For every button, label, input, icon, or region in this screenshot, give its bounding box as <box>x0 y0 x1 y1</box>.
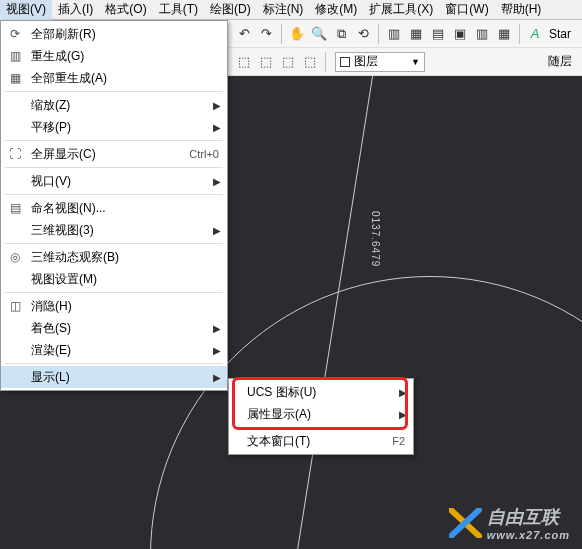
table-icon[interactable]: ▦ <box>406 24 426 44</box>
submenu-attr-display[interactable]: 属性显示(A) ▶ <box>229 403 413 425</box>
menu-regen[interactable]: ▥ 重生成(G) <box>1 45 227 67</box>
layer-color-swatch <box>340 57 350 67</box>
layer-4-icon[interactable]: ⬚ <box>300 52 320 72</box>
block-icon[interactable]: ▣ <box>450 24 470 44</box>
separator <box>5 140 223 141</box>
menu-dimension[interactable]: 标注(N) <box>257 0 310 20</box>
menu-hide[interactable]: ◫ 消隐(H) <box>1 295 227 317</box>
calc-icon[interactable]: ▦ <box>494 24 514 44</box>
menu-viewport[interactable]: 视口(V) ▶ <box>1 170 227 192</box>
dimension-text: 0137.6479 <box>370 211 381 267</box>
menu-render[interactable]: 渲染(E) ▶ <box>1 339 227 361</box>
submenu-text-window[interactable]: 文本窗口(T) F2 <box>229 430 413 452</box>
menu-3d-view[interactable]: 三维视图(3) ▶ <box>1 219 227 241</box>
menu-refresh-all[interactable]: ⟳ 全部刷新(R) <box>1 23 227 45</box>
menubar: 视图(V) 插入(I) 格式(O) 工具(T) 绘图(D) 标注(N) 修改(M… <box>0 0 582 20</box>
props-icon[interactable]: ▥ <box>384 24 404 44</box>
menu-help[interactable]: 帮助(H) <box>495 0 548 20</box>
separator <box>281 24 282 44</box>
submenu-ucs-icon[interactable]: UCS 图标(U) ▶ <box>229 381 413 403</box>
layer-label: 图层 <box>354 53 378 70</box>
menu-window[interactable]: 窗口(W) <box>439 0 494 20</box>
chevron-down-icon: ▼ <box>411 57 420 67</box>
orbit-icon: ◎ <box>5 248 25 266</box>
separator <box>5 167 223 168</box>
menu-regen-all[interactable]: ▦ 全部重生成(A) <box>1 67 227 89</box>
separator <box>233 427 409 428</box>
chevron-right-icon: ▶ <box>399 409 407 420</box>
layer-2-icon[interactable]: ⬚ <box>256 52 276 72</box>
menu-format[interactable]: 格式(O) <box>99 0 152 20</box>
menu-fullscreen[interactable]: ⛶ 全屏显示(C) Ctrl+0 <box>1 143 227 165</box>
layer-3-icon[interactable]: ⬚ <box>278 52 298 72</box>
separator <box>378 24 379 44</box>
shortcut: Ctrl+0 <box>189 148 219 160</box>
separator <box>5 91 223 92</box>
display-submenu: UCS 图标(U) ▶ 属性显示(A) ▶ 文本窗口(T) F2 <box>228 378 414 455</box>
view-dropdown: ⟳ 全部刷新(R) ▥ 重生成(G) ▦ 全部重生成(A) 缩放(Z) ▶ 平移… <box>0 20 228 391</box>
separator <box>5 292 223 293</box>
menu-3d-orbit[interactable]: ◎ 三维动态观察(B) <box>1 246 227 268</box>
menu-view-settings[interactable]: 视图设置(M) <box>1 268 227 290</box>
sheet-icon[interactable]: ▤ <box>428 24 448 44</box>
chevron-right-icon: ▶ <box>213 225 221 236</box>
font-label: Star <box>549 27 571 41</box>
separator <box>5 194 223 195</box>
menu-shade[interactable]: 着色(S) ▶ <box>1 317 227 339</box>
redo-icon[interactable]: ↷ <box>256 24 276 44</box>
menu-modify[interactable]: 修改(M) <box>309 0 363 20</box>
layer-dropdown[interactable]: 图层 ▼ <box>335 52 425 72</box>
named-views-icon: ▤ <box>5 199 25 217</box>
refresh-icon: ⟳ <box>5 25 25 43</box>
zoom-prev-icon[interactable]: ⟲ <box>353 24 373 44</box>
menu-zoom[interactable]: 缩放(Z) ▶ <box>1 94 227 116</box>
regen-icon: ▥ <box>5 47 25 65</box>
paste-icon[interactable]: ▥ <box>472 24 492 44</box>
menu-view[interactable]: 视图(V) <box>0 0 52 20</box>
undo-icon[interactable]: ↶ <box>234 24 254 44</box>
watermark-sub: www.x27.com <box>487 529 570 541</box>
text-style-icon[interactable]: A <box>525 24 545 44</box>
chevron-right-icon: ▶ <box>213 323 221 334</box>
fullscreen-icon: ⛶ <box>5 145 25 163</box>
chevron-right-icon: ▶ <box>213 176 221 187</box>
bylayer-label: 随层 <box>548 53 572 70</box>
layer-1-icon[interactable]: ⬚ <box>234 52 254 72</box>
hide-icon: ◫ <box>5 297 25 315</box>
menu-draw[interactable]: 绘图(D) <box>204 0 257 20</box>
separator <box>5 243 223 244</box>
menu-pan[interactable]: 平移(P) ▶ <box>1 116 227 138</box>
shortcut: F2 <box>392 435 405 447</box>
chevron-right-icon: ▶ <box>399 387 407 398</box>
watermark-title: 自由互联 <box>487 507 559 527</box>
separator <box>325 52 326 72</box>
watermark: 自由互联 www.x27.com <box>449 505 570 541</box>
menu-display[interactable]: 显示(L) ▶ <box>1 366 227 388</box>
chevron-right-icon: ▶ <box>213 372 221 383</box>
zoom-window-icon[interactable]: ⧉ <box>331 24 351 44</box>
chevron-right-icon: ▶ <box>213 122 221 133</box>
regen-all-icon: ▦ <box>5 69 25 87</box>
chevron-right-icon: ▶ <box>213 345 221 356</box>
menu-ext-tools[interactable]: 扩展工具(X) <box>363 0 439 20</box>
watermark-logo-icon <box>449 508 483 538</box>
menu-insert[interactable]: 插入(I) <box>52 0 99 20</box>
menu-named-views[interactable]: ▤ 命名视图(N)... <box>1 197 227 219</box>
chevron-right-icon: ▶ <box>213 100 221 111</box>
separator <box>5 363 223 364</box>
zoom-realtime-icon[interactable]: 🔍 <box>309 24 329 44</box>
menu-tools[interactable]: 工具(T) <box>153 0 204 20</box>
pan-hand-icon[interactable]: ✋ <box>287 24 307 44</box>
separator <box>519 24 520 44</box>
